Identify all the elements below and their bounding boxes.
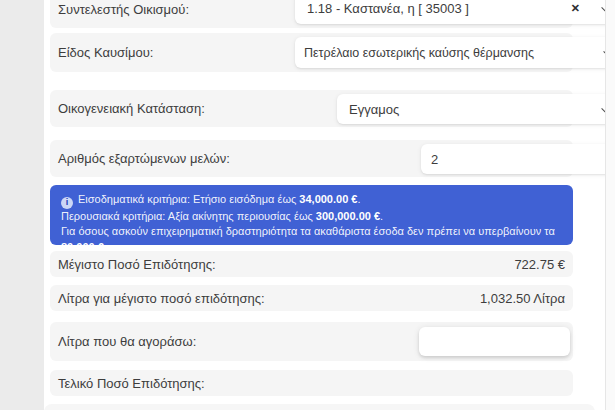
next-section-edge [44,404,595,410]
row-final-subsidy: Τελικό Ποσό Επιδότησης: [50,370,573,396]
row-marital-status: Οικογενειακή Κατάσταση: Εγγαμος [50,90,573,127]
settlement-coefficient-label: Συντελεστής Οικισμού: [58,2,189,17]
liters-to-buy-input[interactable] [419,327,570,356]
settlement-coefficient-select[interactable]: 1.18 - Καστανέα, η [ 35003 ] ✕ [295,0,615,24]
fuel-type-label: Είδος Καυσίμου: [58,45,153,60]
final-subsidy-label: Τελικό Ποσό Επιδότησης: [58,376,205,391]
max-subsidy-liters-label: Λίτρα για μέγιστο ποσό επιδότησης: [58,291,265,306]
scrollbar-track[interactable] [605,0,615,410]
fuel-type-select[interactable]: Πετρέλαιο εσωτερικής καύσης θέρμανσης [295,37,615,68]
dependent-members-input[interactable] [421,144,615,174]
max-subsidy-liters-value: 1,032.50 Λίτρα [480,291,565,306]
income-criteria-line: iΕισοδηματικά κριτήρια: Ετήσιο εισόδημα … [61,192,562,209]
fuel-type-value: Πετρέλαιο εσωτερικής καύσης θέρμανσης [304,46,534,60]
liters-to-buy-label: Λίτρα που θα αγοράσω: [58,334,196,349]
row-liters-to-buy: Λίτρα που θα αγοράσω: [50,322,573,361]
property-criteria-line: Περουσιακά κριτήρια: Αξία ακίνητης περιο… [61,209,562,225]
row-settlement-coefficient: Συντελεστής Οικισμού: 1.18 - Καστανέα, η… [50,0,573,28]
clear-icon[interactable]: ✕ [571,3,580,14]
row-dependent-members: Αριθμός εξαρτώμενων μελών: [50,140,573,177]
dependent-members-label: Αριθμός εξαρτώμενων μελών: [58,151,230,166]
criteria-info-box: iΕισοδηματικά κριτήρια: Ετήσιο εισόδημα … [50,185,573,245]
settlement-coefficient-value: 1.18 - Καστανέα, η [ 35003 ] [307,1,571,16]
row-max-subsidy-liters: Λίτρα για μέγιστο ποσό επιδότησης: 1,032… [50,285,573,311]
heating-subsidy-form-page: Συντελεστής Οικισμού: 1.18 - Καστανέα, η… [0,0,615,410]
marital-status-value: Εγγαμος [349,102,399,117]
row-max-subsidy: Μέγιστο Ποσό Επιδότησης: 722.75 € [50,251,573,277]
marital-status-select[interactable]: Εγγαμος [337,94,615,124]
info-icon: i [61,197,73,209]
row-fuel-type: Είδος Καυσίμου: Πετρέλαιο εσωτερικής καύ… [50,33,573,72]
marital-status-label: Οικογενειακή Κατάσταση: [58,101,205,116]
max-subsidy-label: Μέγιστο Ποσό Επιδότησης: [58,257,216,272]
max-subsidy-value: 722.75 € [514,257,565,272]
